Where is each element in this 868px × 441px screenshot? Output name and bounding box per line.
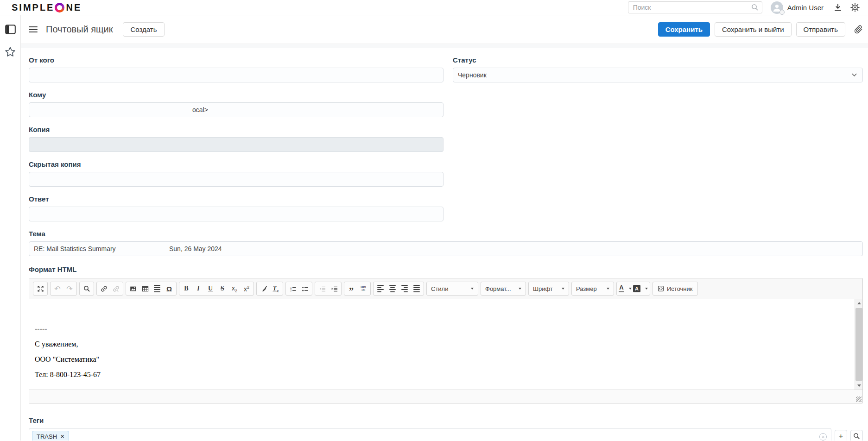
scroll-down-button[interactable] xyxy=(855,382,862,390)
from-field[interactable] xyxy=(29,68,444,82)
save-button[interactable]: Сохранить xyxy=(658,22,710,37)
subscript-button[interactable]: x2 xyxy=(228,283,241,295)
global-search xyxy=(628,1,762,13)
bcc-label: Скрытая копия xyxy=(29,160,444,168)
send-button[interactable]: Отправить xyxy=(796,22,845,37)
special-char-button[interactable]: Ω xyxy=(163,283,175,295)
scrollbar-thumb[interactable] xyxy=(855,308,862,381)
div-container-button[interactable]: DIV</> xyxy=(357,283,369,295)
find-button[interactable] xyxy=(81,283,93,295)
insert-image-button[interactable] xyxy=(127,283,139,295)
subject-label: Тема xyxy=(29,230,863,238)
left-rail xyxy=(0,15,21,441)
editor-toolbar: ↶ ↷ Ω xyxy=(29,278,862,299)
cc-field[interactable] xyxy=(29,137,444,152)
create-button[interactable]: Создать xyxy=(123,22,164,37)
top-bar: SIMPLE NE Admin User xyxy=(0,0,868,15)
paragraph-format-dropdown[interactable]: Формат... xyxy=(481,282,526,296)
italic-button[interactable]: I xyxy=(192,283,204,295)
bold-button[interactable]: B xyxy=(180,283,192,295)
strikethrough-button[interactable]: S xyxy=(216,283,228,295)
save-exit-button[interactable]: Сохранить и выйти xyxy=(715,22,792,37)
text-color-button[interactable]: A xyxy=(619,283,632,295)
form-header: Почтовый ящик Создать Сохранить Сохранит… xyxy=(21,15,868,44)
numbered-list-button[interactable]: 12 xyxy=(287,283,299,295)
search-tags-button[interactable] xyxy=(850,430,863,441)
download-icon xyxy=(834,3,842,12)
bcc-field[interactable] xyxy=(29,172,444,187)
logo-text-right: NE xyxy=(66,2,82,13)
source-button[interactable]: Источник xyxy=(653,282,698,296)
header-actions: Сохранить Сохранить и выйти Отправить xyxy=(658,22,863,37)
justify-button[interactable] xyxy=(411,283,423,295)
align-left-button[interactable] xyxy=(374,283,386,295)
maximize-button[interactable] xyxy=(34,283,46,295)
underline-button[interactable]: U xyxy=(204,283,216,295)
copy-formatting-button[interactable] xyxy=(258,283,270,295)
from-label: От кого xyxy=(29,56,444,64)
tags-field[interactable]: TRASH ✕ ✕ xyxy=(29,428,831,441)
font-dropdown-label: Шрифт xyxy=(533,285,553,292)
align-right-button[interactable] xyxy=(399,283,411,295)
unlink-button[interactable] xyxy=(110,283,122,295)
clear-tags-button[interactable]: ✕ xyxy=(819,433,827,441)
font-dropdown[interactable]: Шрифт xyxy=(528,282,569,296)
undo-icon: ↶ xyxy=(54,284,60,293)
subject-field[interactable]: RE: Mail Statistics Summary Sun, 26 May … xyxy=(29,241,863,256)
image-icon xyxy=(130,285,137,292)
attachments-button[interactable] xyxy=(854,25,863,34)
link-button[interactable] xyxy=(98,283,110,295)
source-icon xyxy=(658,285,664,292)
superscript-button[interactable]: x2 xyxy=(241,283,253,295)
align-left-icon xyxy=(377,285,384,292)
tag-remove-icon[interactable]: ✕ xyxy=(60,434,64,439)
blockquote-button[interactable]: ” xyxy=(345,283,357,295)
editor-footer xyxy=(29,390,862,403)
outdent-button[interactable] xyxy=(316,283,328,295)
avatar[interactable] xyxy=(771,1,783,14)
favorites-button[interactable] xyxy=(5,46,16,57)
hamburger-menu-button[interactable] xyxy=(29,26,38,33)
tag-chip-label: TRASH xyxy=(37,433,57,440)
bulleted-list-icon xyxy=(302,285,309,292)
undo-button[interactable]: ↶ xyxy=(51,283,63,295)
horizontal-rule-button[interactable] xyxy=(151,283,163,295)
insert-table-button[interactable] xyxy=(139,283,151,295)
remove-format-button[interactable]: Tx xyxy=(270,283,282,295)
add-tag-button[interactable]: + xyxy=(835,430,847,441)
font-size-dropdown[interactable]: Размер xyxy=(571,282,614,296)
bulleted-list-button[interactable] xyxy=(299,283,311,295)
status-select[interactable]: Черновик xyxy=(453,68,863,82)
horizontal-rule-icon xyxy=(154,285,160,292)
to-field[interactable]: ocal> xyxy=(29,102,444,117)
caret-icon xyxy=(607,288,609,290)
avatar-badge-icon xyxy=(779,10,785,15)
settings-button[interactable] xyxy=(850,3,860,12)
align-center-button[interactable] xyxy=(386,283,399,295)
logo-o-icon xyxy=(55,3,64,13)
editor-content[interactable]: ----- С уважением, ООО "Систематика" Тел… xyxy=(29,299,862,390)
page-title: Почтовый ящик xyxy=(46,24,113,35)
editor-scrollbar[interactable] xyxy=(855,299,862,390)
resize-handle[interactable] xyxy=(856,397,862,402)
find-icon xyxy=(83,285,90,292)
styles-dropdown[interactable]: Стили xyxy=(426,282,478,296)
bg-color-icon: A xyxy=(633,285,640,292)
blockquote-icon: ” xyxy=(349,285,354,293)
gear-icon xyxy=(850,3,860,12)
body-format-label: Формат HTML xyxy=(29,265,863,273)
align-center-icon xyxy=(389,285,396,292)
subject-value: RE: Mail Statistics Summary xyxy=(34,245,116,252)
download-button[interactable] xyxy=(834,3,842,12)
toggle-sidebar-button[interactable] xyxy=(5,25,16,34)
redo-button[interactable]: ↷ xyxy=(63,283,76,295)
reply-field[interactable] xyxy=(29,207,444,221)
scroll-up-button[interactable] xyxy=(855,299,862,307)
reply-label: Ответ xyxy=(29,195,444,203)
omega-icon: Ω xyxy=(166,285,172,293)
body-line: С уважением, xyxy=(35,340,844,348)
bg-color-button[interactable]: A xyxy=(633,283,648,295)
indent-button[interactable] xyxy=(328,283,340,295)
tag-chip[interactable]: TRASH ✕ xyxy=(32,431,69,441)
search-input[interactable] xyxy=(628,1,762,13)
